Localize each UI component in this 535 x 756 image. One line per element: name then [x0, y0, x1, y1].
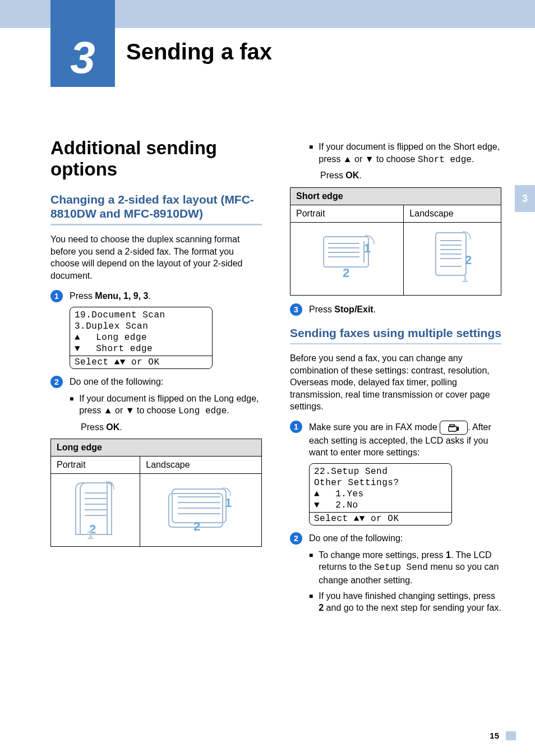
duplex-intro-text: You need to choose the duplex scanning f… [50, 233, 262, 282]
lcd-line: 2.No [335, 500, 358, 511]
col-landscape: Landscape [404, 205, 501, 222]
svg-rect-34 [457, 427, 459, 431]
short-portrait-diagram: 1 2 [290, 222, 404, 295]
press-ok-2: Press OK. [320, 169, 501, 182]
lcd-line: 3.Duplex Scan [75, 321, 207, 332]
svg-text:1: 1 [225, 496, 232, 510]
bullet-finished: ■ If you have finished changing settings… [309, 590, 501, 614]
short-edge-table: Short edge Portrait Landscape [290, 187, 501, 296]
stop-exit-key: Stop/Exit [334, 305, 373, 314]
side-tab: 3 [515, 185, 535, 212]
bullet-change-more: ■ To change more settings, press 1. The … [309, 549, 501, 587]
step-1-text: Press Menu, 1, 9, 3. [70, 290, 262, 302]
ok-key: OK [345, 170, 359, 180]
lcd-line: Other Settings? [314, 477, 447, 488]
step-badge-1: 1 [290, 421, 302, 433]
t: If your document is flipped on the Short… [319, 142, 500, 164]
lcd-line: 22.Setup Send [314, 466, 447, 477]
section-changing-heading: Changing a 2-sided fax layout (MFC-8810D… [50, 192, 262, 220]
svg-rect-33 [450, 425, 454, 427]
svg-text:2: 2 [465, 253, 472, 267]
step-badge-1: 1 [50, 290, 63, 302]
lcd-display-1: 19.Document Scan 3.Duplex Scan ▲ Long ed… [70, 307, 213, 369]
chapter-number: 3 [70, 32, 95, 84]
bullet-short-edge: ■ If your document is flipped on the Sho… [309, 141, 501, 166]
rule [290, 343, 501, 344]
t: Press [320, 170, 345, 180]
left-column: Additional sending options Changing a 2-… [50, 137, 262, 617]
svg-text:2: 2 [193, 519, 200, 533]
multiple-intro-text: Before you send a fax, you can change an… [290, 352, 501, 413]
step-3: 3 Press Stop/Exit. [290, 303, 501, 316]
long-portrait-diagram: 2 1 [51, 474, 140, 547]
code: Long edge [178, 406, 227, 416]
lcd-line: Select ▲▼ or OK [75, 357, 207, 368]
fax-mode-icon [440, 421, 468, 435]
t: To change more settings, press [319, 550, 446, 560]
header-accent [50, 0, 115, 28]
square-bullet-icon: ■ [309, 141, 313, 166]
code: Short edge [418, 155, 472, 165]
section-additional-heading: Additional sending options [50, 137, 262, 180]
col-portrait: Portrait [51, 457, 140, 474]
svg-text:1: 1 [364, 241, 371, 255]
square-bullet-icon: ■ [70, 393, 73, 418]
step-3-text: Press Stop/Exit. [309, 303, 501, 316]
chapter-title: Sending a fax [126, 39, 272, 64]
lcd-line: 19.Document Scan [75, 310, 207, 321]
square-bullet-icon: ■ [309, 590, 313, 614]
svg-text:1: 1 [462, 271, 468, 285]
press-ok-1: Press OK. [81, 421, 262, 434]
mstep-1: 1 Make sure you are in FAX mode . After … [290, 421, 501, 459]
lcd-line: Long edge [96, 332, 147, 343]
lcd-line: Select ▲▼ or OK [314, 513, 447, 524]
mstep-2: 2 Do one of the following: [290, 532, 501, 545]
rule [50, 224, 262, 225]
long-edge-table: Long edge Portrait Landscape [50, 439, 262, 547]
table-header: Short edge [290, 187, 501, 205]
step-badge-3: 3 [290, 303, 302, 316]
lcd-display-2: 22.Setup Send Other Settings? ▲ 1.Yes ▼ … [309, 463, 452, 525]
mstep-1-text: Make sure you are in FAX mode . After ea… [309, 421, 501, 459]
step-1: 1 Press Menu, 1, 9, 3. [50, 290, 262, 302]
svg-text:1: 1 [87, 528, 94, 540]
step-badge-2: 2 [290, 532, 302, 545]
long-landscape-diagram: 1 2 [140, 474, 262, 547]
mstep-2-text: Do one of the following: [309, 532, 501, 545]
bullet-long-edge: ■ If your document is flipped on the Lon… [70, 393, 262, 418]
t: If your document is flipped on the Long … [79, 394, 259, 416]
ok-key: OK [106, 422, 119, 432]
table-header: Long edge [51, 439, 262, 457]
page-number-accent [506, 731, 516, 740]
chapter-badge: 3 [50, 28, 115, 87]
col-landscape: Landscape [140, 457, 262, 474]
step-2: 2 Do one of the following: [50, 376, 262, 388]
t: and go to the next step for sending your… [324, 603, 501, 612]
t: Press [70, 291, 95, 301]
step-2-text: Do one of the following: [70, 376, 262, 388]
key-1: 1 [446, 550, 451, 560]
square-bullet-icon: ■ [309, 549, 313, 587]
side-tab-label: 3 [522, 193, 528, 205]
code: Setup Send [374, 563, 428, 573]
t: Make sure you are in FAX mode [309, 422, 440, 431]
t: If you have finished changing settings, … [319, 591, 495, 601]
lcd-line: 1.Yes [335, 488, 364, 500]
svg-text:2: 2 [343, 266, 349, 280]
page-number: 15 [490, 731, 499, 740]
t: Press [81, 422, 106, 432]
menu-key: Menu [95, 291, 118, 301]
right-column: ■ If your document is flipped on the Sho… [290, 137, 501, 617]
short-landscape-diagram: 2 1 [404, 222, 501, 295]
section-multiple-heading: Sending faxes using multiple settings [290, 326, 501, 340]
step-badge-2: 2 [50, 376, 63, 388]
key-seq: , 1, 9, 3 [118, 291, 148, 301]
key-2: 2 [319, 603, 324, 612]
t: Press [309, 305, 334, 314]
col-portrait: Portrait [290, 205, 404, 222]
lcd-line: Short edge [96, 343, 153, 354]
